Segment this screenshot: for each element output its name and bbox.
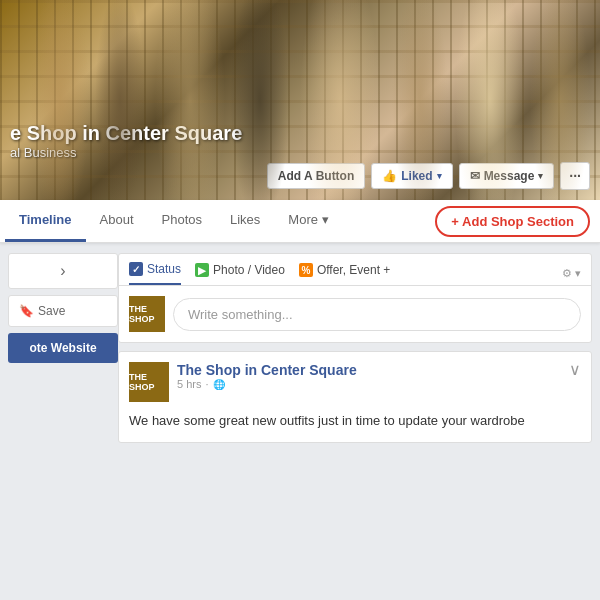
post-type-tabs: ✓ Status ▶ Photo / Video % Offer, Event …: [119, 254, 591, 286]
tab-likes[interactable]: Likes: [216, 200, 274, 242]
post-write-area: THE SHOP Write something...: [119, 286, 591, 342]
more-options-button[interactable]: ···: [560, 162, 590, 190]
tab-timeline[interactable]: Timeline: [5, 200, 86, 242]
page-type: al Business: [10, 145, 242, 160]
nav-tabs: Timeline About Photos Likes More ▾ + Add…: [0, 200, 600, 243]
privacy-globe-icon: 🌐: [213, 379, 225, 390]
status-tab[interactable]: ✓ Status: [129, 262, 181, 285]
offer-icon: %: [299, 263, 313, 277]
feed-post-body: We have some great new outfits just in t…: [119, 408, 591, 442]
add-shop-section-button[interactable]: + Add Shop Section: [435, 206, 590, 237]
promote-website-button[interactable]: ote Website: [8, 333, 118, 363]
right-feed: ✓ Status ▶ Photo / Video % Offer, Event …: [118, 253, 592, 443]
post-options-icon[interactable]: ⚙ ▾: [562, 267, 581, 280]
feed-post-header: THE SHOP The Shop in Center Square 5 hrs…: [119, 352, 591, 408]
feed-post-page-name[interactable]: The Shop in Center Square: [177, 362, 581, 378]
message-button[interactable]: ✉ Message ▾: [459, 163, 555, 189]
cover-actions: Add A Button 👍 Liked ▾ ✉ Message ▾ ···: [267, 162, 590, 190]
tab-about[interactable]: About: [86, 200, 148, 242]
feed-post-meta: The Shop in Center Square 5 hrs · 🌐: [177, 362, 581, 390]
save-button[interactable]: 🔖 Save: [8, 295, 118, 327]
write-something-input[interactable]: Write something...: [173, 298, 581, 331]
separator: ·: [205, 378, 208, 390]
tab-more[interactable]: More ▾: [274, 200, 342, 242]
thumbs-up-icon: 👍: [382, 169, 397, 183]
feed-post-avatar: THE SHOP: [129, 362, 169, 402]
left-sidebar: › 🔖 Save ote Website: [8, 253, 118, 443]
page-name: e Shop in Center Square: [10, 121, 242, 145]
feed-post-time: 5 hrs · 🌐: [177, 378, 581, 390]
composer-avatar: THE SHOP: [129, 296, 165, 332]
status-icon: ✓: [129, 262, 143, 276]
message-icon: ✉: [470, 169, 480, 183]
message-caret-icon: ▾: [538, 171, 543, 181]
bookmark-icon: 🔖: [19, 304, 34, 318]
feed-post: THE SHOP The Shop in Center Square 5 hrs…: [118, 351, 592, 443]
feed-post-inner: THE SHOP The Shop in Center Square 5 hrs…: [119, 352, 591, 442]
photo-video-tab[interactable]: ▶ Photo / Video: [195, 263, 285, 284]
right-arrow-icon: ›: [60, 262, 65, 280]
offer-event-tab[interactable]: % Offer, Event +: [299, 263, 391, 284]
collapse-post-button[interactable]: ∨: [569, 360, 581, 379]
main-content: › 🔖 Save ote Website ✓ Status ▶ Photo / …: [0, 243, 600, 453]
tab-photos[interactable]: Photos: [148, 200, 216, 242]
cover-photo: e Shop in Center Square al Business Add …: [0, 0, 600, 200]
photo-icon: ▶: [195, 263, 209, 277]
liked-caret-icon: ▾: [437, 171, 442, 181]
post-composer: ✓ Status ▶ Photo / Video % Offer, Event …: [118, 253, 592, 343]
liked-button[interactable]: 👍 Liked ▾: [371, 163, 452, 189]
add-button[interactable]: Add A Button: [267, 163, 365, 189]
more-caret-icon: ▾: [322, 212, 329, 227]
sidebar-expand-button[interactable]: ›: [8, 253, 118, 289]
page-title-overlay: e Shop in Center Square al Business: [10, 121, 242, 160]
